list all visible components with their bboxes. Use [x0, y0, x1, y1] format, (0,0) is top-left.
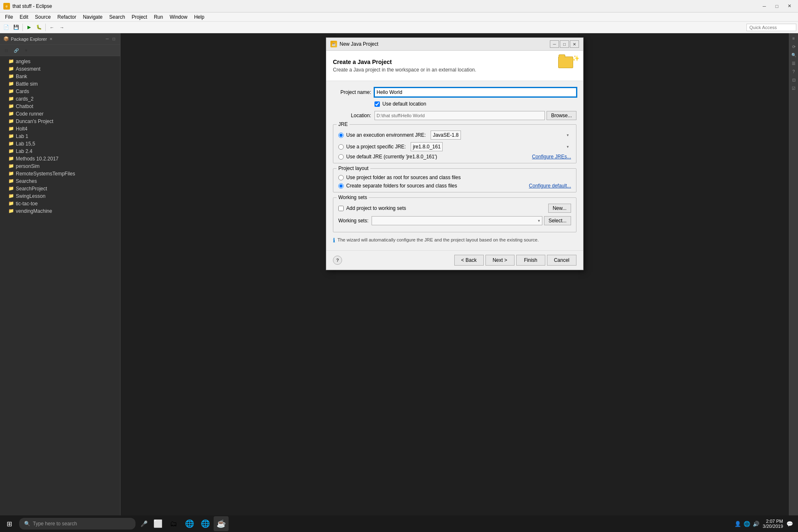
right-btn-7[interactable]: ☑: [791, 85, 797, 91]
right-btn-2[interactable]: ⟳: [791, 43, 797, 50]
working-sets-select-btn[interactable]: Select...: [544, 216, 571, 225]
toolbar-back[interactable]: ←: [47, 23, 57, 32]
toolbar-run[interactable]: ▶: [25, 23, 34, 32]
taskbar-eclipse[interactable]: ☕: [214, 516, 229, 531]
working-sets-input[interactable]: [372, 216, 542, 225]
configure-default-link[interactable]: Configure default...: [529, 183, 571, 189]
finish-button[interactable]: Finish: [516, 255, 545, 266]
quick-access-input[interactable]: [746, 24, 796, 31]
tree-item[interactable]: 📁Lab 15,5: [0, 140, 120, 148]
tree-item[interactable]: 📁angles: [0, 58, 120, 65]
taskbar-people-icon[interactable]: 👤: [734, 521, 741, 527]
tree-item[interactable]: 📁Lab 1: [0, 133, 120, 140]
view-menu-btn[interactable]: ▼: [22, 46, 31, 55]
jre-radio1[interactable]: [338, 133, 344, 138]
tree-item[interactable]: 📁Lab 2.4: [0, 148, 120, 155]
toolbar-forward[interactable]: →: [57, 23, 66, 32]
folder-icon: 📁: [8, 111, 14, 117]
tree-item[interactable]: 📁cards_2: [0, 95, 120, 103]
project-name-input[interactable]: [374, 88, 576, 97]
location-row: Location: Browse...: [333, 111, 576, 120]
jre-radio3[interactable]: [338, 154, 344, 160]
panel-title: 📦 Package Explorer ✕: [3, 36, 53, 42]
dialog-maximize-btn[interactable]: □: [560, 40, 569, 48]
project-name: Bank: [16, 74, 27, 79]
tree-item[interactable]: 📁Battle sim: [0, 80, 120, 88]
layout-radio2[interactable]: [338, 183, 344, 189]
menu-help[interactable]: Help: [191, 13, 208, 21]
link-with-editor-btn[interactable]: 🔗: [12, 46, 21, 55]
tree-item[interactable]: 📁Duncan's Project: [0, 118, 120, 125]
menu-window[interactable]: Window: [166, 13, 191, 21]
maximize-button[interactable]: □: [771, 2, 782, 10]
add-working-sets-checkbox[interactable]: [338, 206, 344, 211]
panel-maximize-btn[interactable]: □: [111, 36, 117, 42]
tree-item[interactable]: 📁RemoteSystemsTempFiles: [0, 170, 120, 177]
right-btn-3[interactable]: 🔍: [791, 52, 797, 58]
jre-dropdown1[interactable]: JavaSE-1.8: [431, 131, 461, 140]
jre-dropdown2[interactable]: jre1.8.0_161: [411, 142, 443, 151]
back-button[interactable]: < Back: [454, 255, 484, 266]
project-name: RemoteSystemsTempFiles: [16, 171, 75, 177]
tree-item[interactable]: 📁Searches: [0, 177, 120, 185]
tree-item[interactable]: 📁Holt4: [0, 125, 120, 133]
close-button[interactable]: ✕: [784, 2, 795, 10]
layout-radio1[interactable]: [338, 175, 344, 180]
dialog-close-btn[interactable]: ✕: [570, 40, 579, 48]
taskbar-notification-icon[interactable]: 💬: [786, 521, 793, 527]
taskbar-search-box[interactable]: 🔍 Type here to search: [19, 518, 135, 530]
collapse-all-btn[interactable]: ⊟: [2, 46, 11, 55]
configure-jres-link[interactable]: Configure JREs...: [532, 154, 571, 160]
browse-button[interactable]: Browse...: [547, 111, 576, 120]
next-button[interactable]: Next >: [485, 255, 515, 266]
taskbar-network-icon[interactable]: 🌐: [744, 521, 750, 527]
project-name: Battle sim: [16, 81, 38, 87]
taskbar-chrome[interactable]: 🌐: [198, 516, 213, 531]
dialog-minimize-btn[interactable]: ─: [550, 40, 559, 48]
tree-item[interactable]: 📁tic-tac-toe: [0, 200, 120, 207]
menu-refactor[interactable]: Refactor: [54, 13, 79, 21]
tree-item[interactable]: 📁Chatbot: [0, 103, 120, 110]
right-btn-1[interactable]: ≡: [791, 35, 797, 42]
start-button[interactable]: ⊞: [2, 516, 17, 531]
mic-button[interactable]: 🎤: [138, 518, 150, 530]
minimize-button[interactable]: ─: [759, 2, 770, 10]
toolbar-debug[interactable]: 🐛: [34, 23, 44, 32]
menu-edit[interactable]: Edit: [16, 13, 32, 21]
taskbar-edge[interactable]: 🌐: [182, 516, 197, 531]
tree-item[interactable]: 📁Assesment: [0, 65, 120, 73]
tree-item[interactable]: 📁Methods 10.2.2017: [0, 155, 120, 163]
taskbar-time-display[interactable]: 2:07 PM 3/20/2019: [763, 519, 783, 529]
tree-item[interactable]: 📁Cards: [0, 88, 120, 95]
toolbar-new[interactable]: 📄: [2, 23, 11, 32]
help-button[interactable]: ?: [333, 256, 342, 265]
project-name-label: Project name:: [333, 89, 374, 95]
location-input[interactable]: [374, 111, 545, 120]
panel-minimize-btn[interactable]: ─: [104, 36, 110, 42]
layout-radio1-label: Use project folder as root for sources a…: [346, 175, 461, 180]
tree-item[interactable]: 📁Code runner: [0, 110, 120, 118]
toolbar-save[interactable]: 💾: [12, 23, 21, 32]
cancel-button[interactable]: Cancel: [547, 255, 576, 266]
menu-source[interactable]: Source: [32, 13, 54, 21]
taskbar-task-view[interactable]: ⬜: [150, 516, 165, 531]
tree-item[interactable]: 📁Bank: [0, 73, 120, 80]
tree-item[interactable]: 📁vendingMachine: [0, 207, 120, 215]
toolbar: 📄 💾 ▶ 🐛 ← →: [0, 22, 798, 33]
working-sets-new-btn[interactable]: New...: [548, 204, 571, 213]
menu-run[interactable]: Run: [150, 13, 166, 21]
menu-search[interactable]: Search: [106, 13, 128, 21]
jre-radio2[interactable]: [338, 144, 344, 150]
right-btn-4[interactable]: ☰: [791, 60, 797, 66]
menu-project[interactable]: Project: [128, 13, 150, 21]
menu-navigate[interactable]: Navigate: [79, 13, 106, 21]
taskbar-file-explorer[interactable]: 🗂: [166, 516, 181, 531]
right-btn-5[interactable]: ?: [791, 68, 797, 75]
menu-file[interactable]: File: [2, 13, 16, 21]
right-btn-6[interactable]: ⊡: [791, 76, 797, 83]
tree-item[interactable]: 📁SwingLesson: [0, 192, 120, 200]
tree-item[interactable]: 📁personSim: [0, 163, 120, 170]
default-location-checkbox[interactable]: [374, 101, 380, 107]
taskbar-speaker-icon[interactable]: 🔊: [753, 521, 759, 527]
tree-item[interactable]: 📁SearchProject: [0, 185, 120, 192]
